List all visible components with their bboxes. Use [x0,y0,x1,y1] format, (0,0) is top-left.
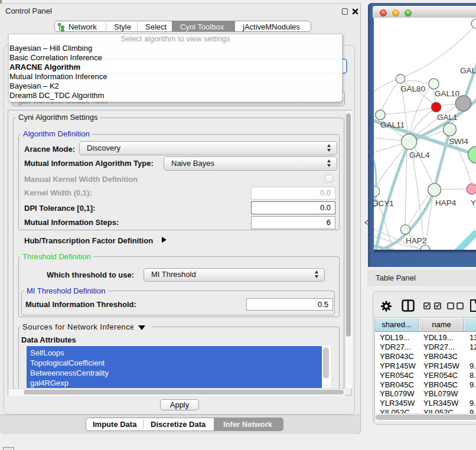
svg-text:GAL80: GAL80 [400,84,425,93]
svg-text:GAL10: GAL10 [435,89,459,98]
svg-text:Y: Y [471,198,476,207]
svg-text:GAL11: GAL11 [380,120,405,129]
svg-text:GAL4: GAL4 [409,151,430,159]
svg-text:GAL: GAL [460,66,476,75]
svg-text:HAP4: HAP4 [435,198,457,207]
svg-text:GCY1: GCY1 [374,199,394,208]
svg-text:SWI4: SWI4 [449,137,468,146]
svg-text:GAL1: GAL1 [437,113,458,122]
svg-text:HAP2: HAP2 [406,236,426,245]
